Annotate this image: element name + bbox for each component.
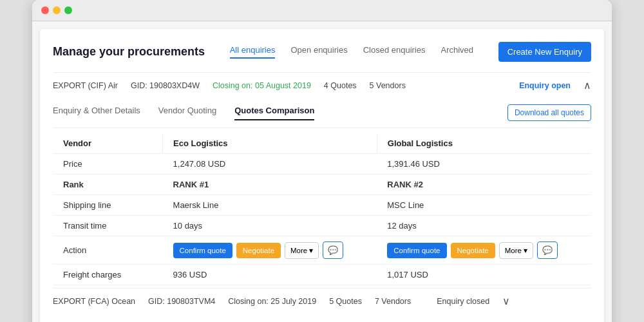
table-row-rank: Rank RANK #1 RANK #2	[53, 175, 591, 195]
row-label-rank: Rank	[53, 175, 163, 195]
comparison-table: Vendor Eco Logistics Global Logistics Pr…	[53, 133, 591, 285]
global-price: 1,391.46 USD	[377, 154, 591, 175]
download-all-quotes-button[interactable]: Download all quotes	[507, 104, 591, 121]
tab-closed-enquiries[interactable]: Closed enquiries	[363, 45, 426, 59]
enquiry-1-collapse-icon[interactable]: ∧	[583, 79, 591, 91]
eco-action-cell: Confirm quote Negotiate More ▾ 💬	[163, 236, 377, 265]
eco-transit: 10 days	[163, 216, 377, 236]
enquiry-2-type: EXPORT (FCA) Ocean	[53, 297, 135, 306]
tab-open-enquiries[interactable]: Open enquiries	[290, 45, 347, 59]
eco-action-buttons: Confirm quote Negotiate More ▾ 💬	[173, 242, 367, 259]
enquiry-1-closing: Closing on: 05 August 2019	[213, 81, 311, 90]
eco-price: 1,247.08 USD	[163, 154, 377, 175]
eco-negotiate-button[interactable]: Negotiate	[236, 243, 281, 258]
enquiry-1-gid: GID: 190803XD4W	[131, 81, 200, 90]
col-vendor: Vendor	[53, 133, 163, 154]
row-label-action: Action	[53, 236, 163, 265]
eco-freight: 936 USD	[163, 265, 377, 285]
enquiry-2-quotes: 5 Quotes	[329, 297, 362, 306]
tab-archived[interactable]: Archived	[441, 45, 474, 59]
col-global-logistics: Global Logistics	[377, 133, 591, 154]
enquiry-1-vendors: 5 Vendors	[370, 81, 406, 90]
eco-confirm-quote-button[interactable]: Confirm quote	[173, 243, 232, 258]
table-row-action: Action Confirm quote Negotiate More ▾ 💬	[53, 236, 591, 265]
global-action-cell: Confirm quote Negotiate More ▾ 💬	[377, 236, 591, 265]
table-row-freight: Freight charges 936 USD 1,017 USD	[53, 265, 591, 285]
row-label-freight: Freight charges	[53, 265, 163, 285]
app-content: Manage your procurements All enquiries O…	[40, 29, 604, 322]
sub-tab-enquiry-details[interactable]: Enquiry & Other Details	[53, 106, 140, 120]
enquiry-2-vendors: 7 Vendors	[375, 297, 411, 306]
global-transit: 12 days	[377, 216, 591, 236]
eco-more-chevron-icon: ▾	[309, 246, 313, 255]
eco-more-button[interactable]: More ▾	[285, 242, 319, 259]
browser-chrome	[32, 0, 612, 21]
row-label-price: Price	[53, 154, 163, 175]
sub-tab-quotes-comparison[interactable]: Quotes Comparison	[234, 106, 314, 120]
global-shipping: MSC Line	[377, 195, 591, 216]
global-more-button[interactable]: More ▾	[499, 242, 533, 259]
eco-chat-icon: 💬	[328, 245, 338, 255]
minimize-dot[interactable]	[53, 6, 61, 14]
enquiry-2-expand-icon[interactable]: ∨	[502, 295, 510, 307]
sub-tab-vendor-quoting[interactable]: Vendor Quoting	[158, 106, 216, 120]
global-freight: 1,017 USD	[377, 265, 591, 285]
sub-tabs: Enquiry & Other Details Vendor Quoting Q…	[53, 98, 591, 128]
global-confirm-quote-button[interactable]: Confirm quote	[387, 243, 446, 258]
global-more-chevron-icon: ▾	[524, 246, 527, 255]
enquiry-2-status: Enquiry closed	[437, 297, 489, 306]
global-negotiate-button[interactable]: Negotiate	[451, 243, 495, 258]
table-row-transit: Transit time 10 days 12 days	[53, 216, 591, 236]
enquiry-2-row: EXPORT (FCA) Ocean GID: 190803TVM4 Closi…	[53, 288, 591, 314]
close-dot[interactable]	[41, 6, 49, 14]
tab-all-enquiries[interactable]: All enquiries	[230, 45, 276, 59]
global-rank: RANK #2	[377, 175, 591, 195]
eco-more-label: More	[290, 247, 307, 254]
eco-shipping: Maersk Line	[163, 195, 377, 216]
eco-chat-button[interactable]: 💬	[323, 242, 343, 259]
create-enquiry-button[interactable]: Create New Enquiry	[498, 42, 591, 62]
global-chat-icon: 💬	[542, 245, 553, 255]
table-row-price: Price 1,247.08 USD 1,391.46 USD	[53, 154, 591, 175]
col-eco-logistics: Eco Logistics	[163, 133, 377, 154]
header-tabs: All enquiries Open enquiries Closed enqu…	[230, 45, 473, 59]
maximize-dot[interactable]	[64, 6, 72, 14]
enquiry-2-gid: GID: 190803TVM4	[148, 297, 215, 306]
browser-window: Manage your procurements All enquiries O…	[32, 0, 612, 322]
header: Manage your procurements All enquiries O…	[53, 42, 591, 62]
eco-rank: RANK #1	[163, 175, 377, 195]
enquiry-1-type: EXPORT (CIF) Air	[53, 81, 118, 90]
global-action-buttons: Confirm quote Negotiate More ▾ 💬	[387, 242, 581, 259]
global-chat-button[interactable]: 💬	[537, 242, 558, 259]
enquiry-2-closing: Closing on: 25 July 2019	[228, 297, 316, 306]
global-more-label: More	[505, 247, 522, 254]
page-title: Manage your procurements	[53, 45, 205, 59]
enquiry-1-row: EXPORT (CIF) Air GID: 190803XD4W Closing…	[53, 72, 591, 98]
row-label-transit: Transit time	[53, 216, 163, 236]
table-row-shipping-line: Shipping line Maersk Line MSC Line	[53, 195, 591, 216]
enquiry-1-status: Enquiry open	[519, 81, 571, 90]
row-label-shipping: Shipping line	[53, 195, 163, 216]
enquiry-1-quotes: 4 Quotes	[324, 81, 357, 90]
